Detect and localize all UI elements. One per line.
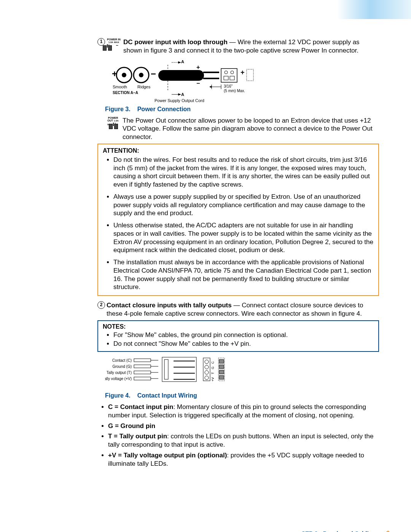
attention-item: The installation must always be in accor… [113, 258, 374, 291]
svg-text:+: + [112, 69, 117, 79]
attention-item: Do not tin the wires. For best results a… [113, 156, 374, 189]
svg-text:Ridges: Ridges [137, 85, 151, 89]
svg-text:T: T [211, 372, 215, 374]
attention-box: ATTENTION: Do not tin the wires. For bes… [97, 144, 379, 296]
svg-text:G: G [211, 366, 215, 369]
svg-text:+V: +V [211, 377, 215, 381]
callout-number-1: 1 [97, 38, 105, 46]
svg-rect-64 [219, 375, 224, 379]
pin-v: +V = Tally voltage output pin (optional)… [108, 451, 379, 468]
svg-text:Contact (C): Contact (C) [112, 358, 132, 363]
figure-3-diagram: + − Smooth Ridges SECTION A–A A A + − [105, 58, 349, 104]
callout-number-2: 2 [97, 301, 105, 309]
svg-text:(5 mm) Max.: (5 mm) Max. [224, 89, 245, 93]
svg-text:Power Supply Output Cord: Power Supply Output Cord [155, 98, 204, 103]
figure-3-caption: Figure 3.Power Connection [105, 106, 379, 113]
attention-item: Always use a power supply supplied by or… [113, 193, 374, 217]
svg-rect-37 [134, 359, 151, 362]
notes-heading: NOTES: [103, 323, 374, 330]
item2-text: Contact closure inputs with tally output… [107, 301, 379, 318]
svg-rect-62 [219, 365, 224, 369]
svg-text:A: A [181, 59, 184, 64]
attention-heading: ATTENTION: [103, 147, 374, 154]
svg-rect-61 [219, 359, 224, 363]
figure-4-caption: Figure 4.Contact Input Wiring [105, 392, 379, 399]
svg-rect-39 [134, 365, 151, 368]
figure-4-diagram: Contact (C) Ground (G) Tally output (T) … [105, 356, 265, 390]
page-number: 3 [386, 530, 390, 532]
svg-rect-25 [247, 69, 253, 81]
svg-text:+: + [241, 69, 245, 76]
svg-text:A: A [181, 92, 184, 97]
power-out-icon: POWER OUT 1.0A MAX + − [106, 117, 120, 130]
notes-list: For "Show Me" cables, the ground pin con… [103, 331, 374, 348]
svg-rect-14 [158, 70, 204, 81]
page-footer: CTR 8 • Panels and Cabling 3 [301, 530, 390, 532]
svg-rect-19 [221, 69, 237, 82]
power-in-icon: POWER IN 1.0A MAX + − [107, 38, 121, 48]
svg-text:−: − [151, 69, 156, 79]
svg-marker-11 [178, 61, 181, 64]
pin-t: T = Tally output pin: controls the LEDs … [108, 432, 379, 449]
svg-marker-13 [178, 93, 181, 96]
svg-text:Smooth: Smooth [113, 85, 127, 89]
svg-text:+: + [196, 64, 200, 70]
pin-g: G = Ground pin [108, 422, 379, 430]
svg-rect-41 [134, 371, 151, 374]
svg-point-3 [139, 73, 143, 77]
power-out-block: POWER OUT 1.0A MAX + − The Power Out con… [97, 117, 379, 141]
power-out-text: The Power Out connector allows power to … [123, 117, 379, 141]
pin-definitions: C = Contact input pin: Momentary closure… [97, 403, 379, 468]
pin-c: C = Contact input pin: Momentary closure… [108, 403, 379, 420]
svg-text:3/16": 3/16" [224, 84, 233, 88]
svg-rect-43 [134, 377, 151, 380]
svg-text:Ground (G): Ground (G) [112, 364, 132, 369]
attention-item: Unless otherwise stated, the AC/DC adapt… [113, 221, 374, 254]
svg-marker-29 [209, 86, 212, 88]
svg-rect-51 [203, 358, 210, 381]
attention-list: Do not tin the wires. For best results a… [103, 156, 374, 291]
header-gradient [0, 0, 411, 19]
svg-rect-63 [219, 370, 224, 374]
notes-item: For "Show Me" cables, the ground pin con… [113, 331, 374, 339]
callout-1: 1 POWER IN 1.0A MAX + − DC power input w… [97, 38, 379, 55]
svg-point-1 [122, 73, 126, 77]
notes-item: Do not connect "Show Me" cables to the +… [113, 340, 374, 348]
callout-2: 2 Contact closure inputs with tally outp… [97, 301, 379, 318]
svg-text:C: C [211, 361, 215, 364]
footer-text: CTR 8 • Panels and Cabling [301, 530, 376, 532]
svg-text:−: − [196, 80, 200, 86]
svg-text:Tally output (T): Tally output (T) [107, 371, 132, 375]
svg-text:Tally voltage (+V): Tally voltage (+V) [105, 377, 132, 381]
item1-text: DC power input with loop through — Wire … [123, 38, 379, 55]
svg-text:SECTION  A–A: SECTION A–A [113, 91, 138, 95]
notes-box: NOTES: For "Show Me" cables, the ground … [97, 320, 379, 352]
